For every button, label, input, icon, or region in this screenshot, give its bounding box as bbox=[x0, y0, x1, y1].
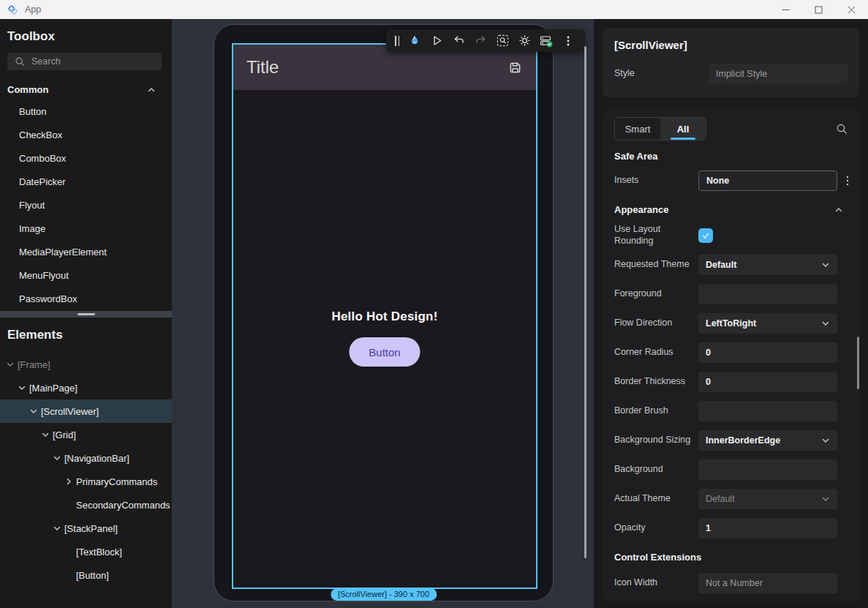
toolbar-drag-handle-icon[interactable] bbox=[392, 29, 402, 52]
chevron-down-icon[interactable] bbox=[6, 360, 15, 369]
prop-row-border-brush: Border Brush bbox=[603, 397, 859, 426]
inspector-vertical-scrollbar[interactable] bbox=[857, 337, 859, 389]
tree-item-label: [NavigationBar] bbox=[64, 453, 129, 464]
inspector-tabs: Smart All bbox=[603, 108, 859, 148]
prop-row-background-sizing: Background Sizing InnerBorderEdge bbox=[603, 426, 859, 455]
property-search-icon[interactable] bbox=[836, 123, 848, 135]
tree-item-navigationbar[interactable]: [NavigationBar] bbox=[0, 446, 172, 470]
save-icon[interactable] bbox=[507, 60, 523, 75]
toolbox-item-image[interactable]: Image bbox=[0, 217, 172, 241]
icon-width-input[interactable] bbox=[698, 573, 837, 593]
chevron-down-icon[interactable] bbox=[53, 454, 61, 462]
border-thickness-input[interactable] bbox=[698, 372, 837, 392]
toolbox-item-button[interactable]: Button bbox=[0, 100, 172, 124]
chevron-down-icon[interactable] bbox=[29, 407, 38, 416]
tree-item-grid[interactable]: [Grid] bbox=[0, 423, 172, 446]
toolbox-item-datepicker[interactable]: DatePicker bbox=[0, 170, 172, 194]
tree-item-frame[interactable]: [Frame] bbox=[0, 353, 172, 376]
tree-item-primarycommands[interactable]: PrimaryCommands bbox=[0, 470, 172, 493]
requested-theme-label: Requested Theme bbox=[614, 259, 698, 271]
style-input[interactable] bbox=[709, 64, 848, 84]
toolbox-item-checkbox[interactable]: CheckBox bbox=[0, 124, 172, 147]
style-row: Style bbox=[614, 64, 848, 84]
demo-button[interactable]: Button bbox=[350, 337, 420, 367]
tree-item-label: SecondaryCommands bbox=[76, 500, 170, 511]
prop-row-foreground: Foreground bbox=[603, 279, 859, 309]
toolbox-item-mediaplayerelement[interactable]: MediaPlayerElement bbox=[0, 241, 172, 264]
elements-tree: [Frame] [MainPage] [ScrollViewer] [Grid]… bbox=[0, 353, 172, 587]
properties-card: Smart All Safe Area Insets bbox=[603, 108, 859, 602]
opacity-label: Opacity bbox=[614, 522, 698, 534]
toolbox-item-flyout[interactable]: Flyout bbox=[0, 194, 172, 217]
toolbox-item-passwordbox[interactable]: PasswordBox bbox=[0, 288, 172, 311]
property-inspector: [ScrollViewer] Style Smart All bbox=[594, 19, 868, 608]
tree-item-label: [StackPanel] bbox=[64, 523, 118, 534]
requested-theme-dropdown[interactable]: Default bbox=[698, 255, 837, 275]
toolbox-item-menuflyout[interactable]: MenuFlyout bbox=[0, 264, 172, 288]
chevron-down-icon[interactable] bbox=[53, 524, 61, 533]
tree-item-textblock[interactable]: [TextBlock] bbox=[0, 540, 172, 563]
toolbox-section-common[interactable]: Common bbox=[0, 84, 172, 95]
tab-smart[interactable]: Smart bbox=[615, 118, 660, 140]
chevron-right-icon[interactable] bbox=[64, 477, 73, 486]
opacity-input[interactable] bbox=[698, 518, 837, 538]
prop-row-clipped bbox=[603, 598, 859, 602]
foreground-input[interactable] bbox=[698, 284, 837, 304]
use-layout-rounding-label: Use Layout Rounding bbox=[614, 224, 698, 247]
canvas-vertical-scrollbar[interactable] bbox=[584, 46, 586, 558]
chevron-down-icon[interactable] bbox=[18, 383, 26, 392]
background-sizing-dropdown[interactable]: InnerBorderEdge bbox=[698, 430, 837, 451]
insets-input[interactable] bbox=[698, 170, 837, 191]
element-picker-icon[interactable] bbox=[491, 29, 513, 52]
left-sidebar: Toolbox Common Button CheckBox ComboBox bbox=[0, 19, 172, 608]
selected-scrollviewer-outline[interactable]: Title Hello Hot Design! Button bbox=[232, 43, 537, 589]
border-brush-input[interactable] bbox=[698, 401, 837, 421]
tree-item-label: [ScrollViewer] bbox=[41, 406, 99, 417]
flow-direction-dropdown[interactable]: LeftToRight bbox=[698, 313, 837, 334]
prop-row-background: Background bbox=[603, 455, 859, 484]
tree-item-label: [Grid] bbox=[53, 429, 76, 440]
flow-direction-label: Flow Direction bbox=[614, 318, 698, 329]
theme-toggle-sun-icon[interactable] bbox=[513, 29, 535, 52]
toolbox-title: Toolbox bbox=[0, 19, 172, 44]
toolbox-search[interactable] bbox=[7, 53, 162, 70]
inspector-header-card: [ScrollViewer] Style bbox=[603, 28, 859, 97]
tree-item-stackpanel[interactable]: [StackPanel] bbox=[0, 517, 172, 540]
insets-more-icon[interactable] bbox=[842, 176, 853, 186]
panel-splitter[interactable] bbox=[0, 311, 172, 318]
tree-item-scrollviewer-selected[interactable]: [ScrollViewer] bbox=[0, 399, 172, 423]
tree-item-button[interactable]: [Button] bbox=[0, 563, 172, 587]
elements-panel: Elements [Frame] [MainPage] [ScrollViewe… bbox=[0, 318, 172, 608]
use-layout-rounding-checkbox[interactable] bbox=[698, 228, 713, 243]
device-frame: Title Hello Hot Design! Button [ScrollVi… bbox=[214, 24, 554, 601]
design-canvas[interactable]: Title Hello Hot Design! Button [ScrollVi… bbox=[172, 19, 594, 608]
toolbox-item-combobox[interactable]: ComboBox bbox=[0, 147, 172, 170]
insets-label: Insets bbox=[614, 175, 698, 187]
prop-row-opacity: Opacity bbox=[603, 514, 859, 543]
more-options-icon[interactable] bbox=[557, 29, 579, 52]
tree-item-label: PrimaryCommands bbox=[76, 476, 157, 487]
toolbox-panel: Toolbox Common Button CheckBox ComboBox bbox=[0, 19, 172, 311]
redo-icon[interactable] bbox=[469, 29, 491, 52]
prop-row-flow-direction: Flow Direction LeftToRight bbox=[603, 309, 859, 338]
tab-all[interactable]: All bbox=[660, 118, 706, 140]
minimize-button[interactable] bbox=[769, 0, 802, 19]
hot-design-flame-icon[interactable] bbox=[404, 29, 426, 52]
corner-radius-input[interactable] bbox=[698, 342, 837, 363]
icon-width-label: Icon Width bbox=[614, 577, 698, 589]
section-appearance[interactable]: Appearance bbox=[603, 204, 859, 215]
chevron-down-icon[interactable] bbox=[41, 430, 50, 439]
play-icon[interactable] bbox=[426, 29, 448, 52]
close-button[interactable] bbox=[835, 0, 868, 19]
section-safe-area: Safe Area bbox=[603, 151, 859, 162]
search-input[interactable] bbox=[31, 56, 141, 67]
background-input[interactable] bbox=[698, 459, 837, 480]
maximize-button[interactable] bbox=[802, 0, 835, 19]
undo-icon[interactable] bbox=[448, 29, 469, 52]
connection-status-icon[interactable] bbox=[535, 29, 557, 52]
tree-item-secondarycommands[interactable]: SecondaryCommands bbox=[0, 493, 172, 517]
elements-title: Elements bbox=[0, 318, 172, 342]
toolbox-item-list: Button CheckBox ComboBox DatePicker Flyo… bbox=[0, 100, 172, 311]
hello-heading: Hello Hot Design! bbox=[233, 309, 536, 324]
tree-item-mainpage[interactable]: [MainPage] bbox=[0, 376, 172, 399]
